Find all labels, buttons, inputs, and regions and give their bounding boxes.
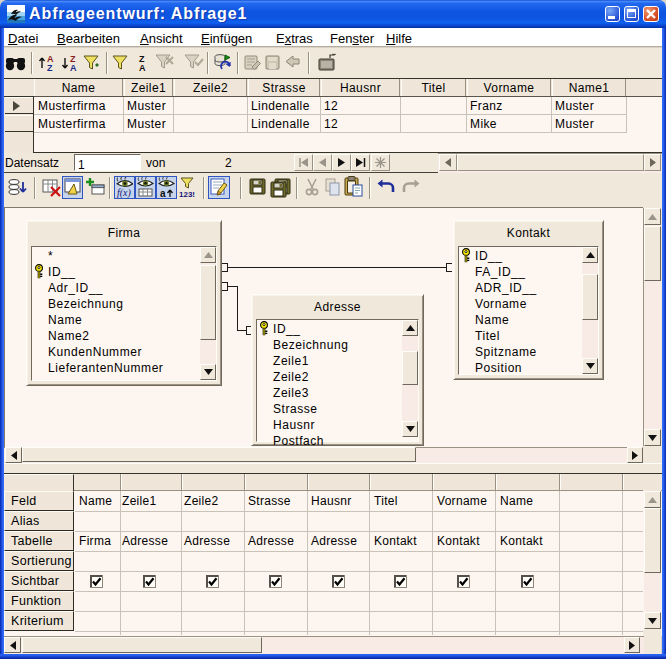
svg-text:123!: 123! [179, 190, 195, 198]
svg-text:f(x): f(x) [117, 187, 132, 198]
svg-text:a: a [160, 188, 166, 198]
